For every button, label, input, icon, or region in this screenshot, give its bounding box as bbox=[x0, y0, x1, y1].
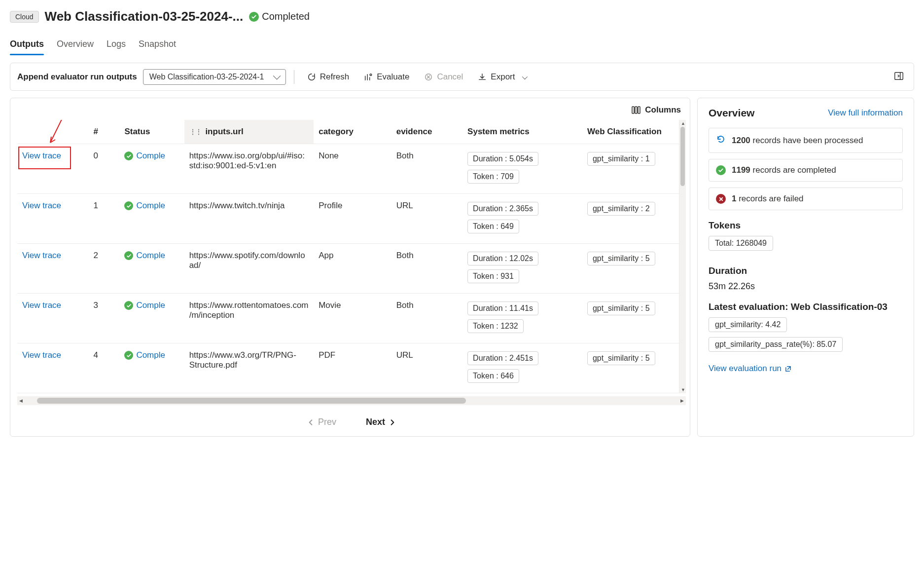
tokens-heading: Tokens bbox=[709, 220, 903, 231]
external-link-icon bbox=[784, 365, 792, 373]
scroll-down-icon[interactable]: ▼ bbox=[681, 387, 685, 392]
evaluate-button[interactable]: Evaluate bbox=[359, 69, 414, 85]
table-row[interactable]: View trace3Complehttps://www.rottentomat… bbox=[17, 294, 686, 343]
tab-overview[interactable]: Overview bbox=[57, 35, 94, 55]
view-trace-link[interactable]: View trace bbox=[22, 350, 61, 360]
status-cell: Comple bbox=[124, 251, 179, 261]
inputs-url-cell: https://www.spotify.com/download/ bbox=[184, 244, 314, 294]
vertical-scrollbar[interactable]: ▲ ▼ bbox=[679, 120, 686, 393]
check-circle-icon bbox=[124, 201, 133, 210]
view-trace-link[interactable]: View trace bbox=[22, 151, 61, 160]
status-text: Comple bbox=[136, 151, 165, 161]
evaluate-icon bbox=[364, 73, 373, 81]
check-circle-icon bbox=[716, 165, 726, 175]
chevron-down-icon bbox=[519, 72, 526, 82]
overview-panel: Overview View full information 1200 reco… bbox=[697, 98, 914, 437]
web-classification-cell: gpt_similarity : 5 bbox=[582, 244, 686, 294]
cancel-label: Cancel bbox=[437, 72, 463, 82]
columns-button[interactable]: Columns bbox=[17, 105, 686, 120]
status-cell: Comple bbox=[124, 301, 179, 310]
web-classification-cell: gpt_similarity : 5 bbox=[582, 343, 686, 393]
columns-label: Columns bbox=[645, 105, 681, 115]
cancel-button: Cancel bbox=[419, 69, 468, 85]
scroll-right-icon[interactable]: ▶ bbox=[678, 398, 686, 403]
stat-completed: 1199 records are completed bbox=[709, 159, 903, 182]
system-metrics-cell: Duration : 2.451sToken : 646 bbox=[462, 343, 582, 393]
th-web-classification[interactable]: Web Classification bbox=[582, 120, 686, 144]
prev-label: Prev bbox=[318, 417, 336, 427]
svg-rect-3 bbox=[632, 107, 634, 113]
refresh-button[interactable]: Refresh bbox=[302, 69, 355, 85]
metric-chip: Duration : 11.41s bbox=[467, 301, 538, 315]
view-full-info-link[interactable]: View full information bbox=[828, 108, 903, 118]
drag-handle-icon[interactable]: ⋮⋮ bbox=[189, 128, 201, 136]
export-button[interactable]: Export bbox=[473, 69, 531, 85]
duration-value: 53m 22.26s bbox=[709, 281, 903, 292]
processed-count: 1200 bbox=[732, 136, 750, 145]
th-inputs-url[interactable]: ⋮⋮ inputs.url bbox=[184, 120, 314, 144]
view-trace-link[interactable]: View trace bbox=[22, 251, 61, 260]
scroll-left-icon[interactable]: ◀ bbox=[17, 398, 25, 403]
classification-chip: gpt_similarity : 2 bbox=[587, 202, 655, 216]
web-classification-cell: gpt_similarity : 1 bbox=[582, 144, 686, 194]
status-cell: Comple bbox=[124, 201, 179, 211]
check-circle-icon bbox=[124, 301, 133, 310]
failed-text: records are failed bbox=[736, 194, 803, 203]
tab-logs[interactable]: Logs bbox=[107, 35, 126, 55]
metric-chip: Token : 1232 bbox=[467, 319, 524, 333]
metric-chip: Token : 709 bbox=[467, 170, 519, 184]
th-number[interactable]: # bbox=[88, 120, 119, 144]
web-classification-cell: gpt_similarity : 2 bbox=[582, 194, 686, 244]
svg-rect-5 bbox=[638, 107, 640, 113]
row-index: 3 bbox=[88, 294, 119, 343]
evidence-cell: Both bbox=[391, 294, 462, 343]
svg-point-0 bbox=[370, 74, 372, 75]
horizontal-scrollbar[interactable]: ◀ ▶ bbox=[17, 396, 686, 405]
append-label: Append evaluator run outputs bbox=[17, 72, 137, 82]
th-status[interactable]: Status bbox=[119, 120, 184, 144]
evidence-cell: Both bbox=[391, 144, 462, 194]
inputs-url-cell: https://www.iso.org/obp/ui/#iso:std:iso:… bbox=[184, 144, 314, 194]
status-label: Completed bbox=[262, 11, 310, 22]
th-evidence[interactable]: evidence bbox=[391, 120, 462, 144]
category-cell: None bbox=[314, 144, 391, 194]
th-system-metrics[interactable]: System metrics bbox=[462, 120, 582, 144]
metric-chip: Duration : 2.451s bbox=[467, 351, 538, 365]
overview-title: Overview bbox=[709, 107, 754, 119]
table-row[interactable]: View trace4Complehttps://www.w3.org/TR/P… bbox=[17, 343, 686, 393]
stat-processed: 1200 records have been processed bbox=[709, 128, 903, 153]
status-text: Comple bbox=[136, 251, 165, 261]
refresh-label: Refresh bbox=[320, 72, 350, 82]
view-evaluation-run-link[interactable]: View evaluation run bbox=[709, 364, 792, 374]
table-row[interactable]: View trace2Complehttps://www.spotify.com… bbox=[17, 244, 686, 294]
completed-count: 1199 bbox=[732, 165, 750, 175]
pager: Prev Next bbox=[17, 405, 686, 431]
view-trace-link[interactable]: View trace bbox=[22, 201, 61, 210]
system-metrics-cell: Duration : 5.054sToken : 709 bbox=[462, 144, 582, 194]
evaluator-run-dropdown[interactable]: Web Classification-03-25-2024-1 bbox=[143, 69, 286, 85]
row-index: 2 bbox=[88, 244, 119, 294]
th-category[interactable]: category bbox=[314, 120, 391, 144]
table-row[interactable]: View trace1Complehttps://www.twitch.tv/n… bbox=[17, 194, 686, 244]
duration-heading: Duration bbox=[709, 265, 903, 276]
eval-metric-chip: gpt_similarity: 4.42 bbox=[709, 317, 787, 332]
columns-icon bbox=[631, 105, 641, 115]
metric-chip: Duration : 2.365s bbox=[467, 202, 538, 216]
expand-panel-button[interactable] bbox=[891, 68, 907, 85]
tab-snapshot[interactable]: Snapshot bbox=[139, 35, 176, 55]
table-row[interactable]: View trace0Complehttps://www.iso.org/obp… bbox=[17, 144, 686, 194]
inputs-url-cell: https://www.twitch.tv/ninja bbox=[184, 194, 314, 244]
th-inputs-label: inputs.url bbox=[205, 127, 243, 136]
run-status: Completed bbox=[249, 11, 310, 22]
scroll-thumb[interactable] bbox=[680, 127, 685, 186]
completed-text: records are completed bbox=[750, 165, 836, 175]
scroll-thumb-h[interactable] bbox=[37, 398, 466, 404]
next-button[interactable]: Next bbox=[366, 417, 396, 427]
row-index: 0 bbox=[88, 144, 119, 194]
scroll-up-icon[interactable]: ▲ bbox=[681, 121, 685, 126]
evidence-cell: URL bbox=[391, 194, 462, 244]
export-label: Export bbox=[491, 72, 515, 82]
view-trace-link[interactable]: View trace bbox=[22, 301, 61, 310]
status-cell: Comple bbox=[124, 151, 179, 161]
tab-outputs[interactable]: Outputs bbox=[10, 35, 44, 55]
